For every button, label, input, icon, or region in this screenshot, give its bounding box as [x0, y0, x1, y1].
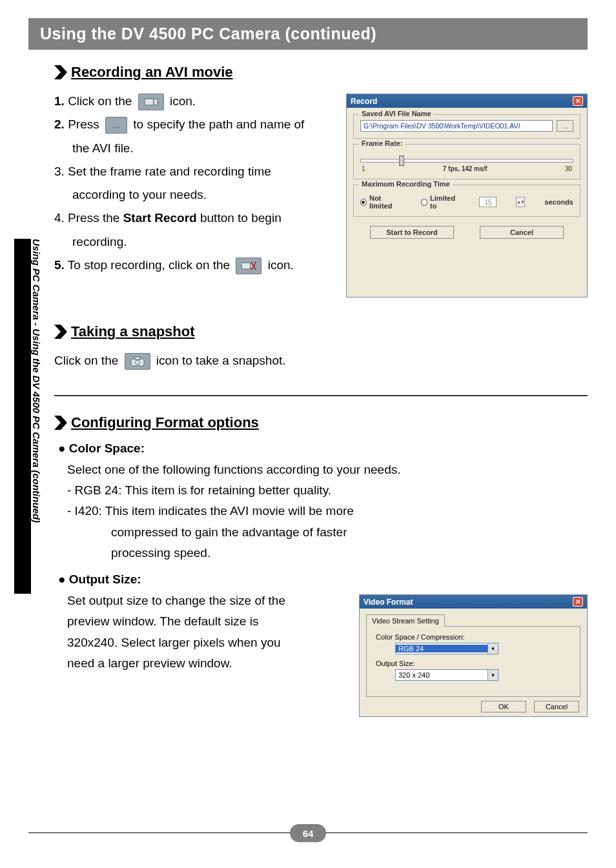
os-line4: need a larger preview window.: [67, 653, 346, 674]
step4-bold: Start Record: [123, 211, 197, 225]
cs-line2: - RGB 24: This item is for retaining bet…: [67, 480, 588, 501]
page-number-badge: 64: [290, 824, 326, 842]
step2-txt-b: to specify the path and name of: [133, 117, 304, 131]
snapshot-camera-icon: [125, 353, 150, 370]
vf-os-label: Output Size:: [376, 660, 573, 667]
frame-rate-label: Frame Rate:: [359, 139, 406, 147]
start-record-button[interactable]: Start to Record: [370, 226, 454, 239]
chevron-bullet-icon: [54, 416, 67, 430]
radio-unchecked-icon: [421, 199, 427, 206]
record-dialog: Record ✕ Saved AVI File Name G:\Program …: [346, 94, 588, 298]
stop-record-tool-icon: [236, 257, 262, 274]
vf-os-value: 320 x 240: [396, 671, 488, 679]
cs-line3b: compressed to gain the advantage of fast…: [111, 522, 588, 543]
step5-txt-b: icon.: [268, 258, 294, 272]
ok-button[interactable]: OK: [481, 701, 526, 712]
step1-num: 1.: [54, 94, 65, 108]
step2-num: 2.: [54, 117, 65, 131]
frame-rate-slider[interactable]: [360, 159, 573, 163]
vf-cs-label: Color Space / Compression:: [376, 633, 573, 641]
section-heading-snapshot: Taking a snapshot: [54, 323, 588, 340]
svg-rect-0: [145, 99, 154, 105]
section-heading-format: Configuring Format options: [54, 414, 588, 431]
output-size-combo[interactable]: 320 x 240 ▼: [395, 669, 498, 681]
cs-line1: Select one of the following functions ac…: [67, 459, 588, 480]
vf-dialog-titlebar: Video Format ✕: [360, 595, 587, 609]
format-heading-text: Configuring Format options: [71, 414, 259, 431]
step4-txt-a: 4. Press the: [54, 211, 123, 225]
video-format-dialog: Video Format ✕ Video Stream Setting Colo…: [359, 594, 588, 717]
output-size-heading: Output Size:: [58, 572, 588, 587]
step3-txt-b: according to your needs.: [54, 185, 333, 205]
vf-tab-panel: Color Space / Compression: RGB 24 ▼ Outp…: [366, 626, 580, 697]
side-black-tab: [14, 239, 31, 594]
step2-txt-a: Press: [68, 117, 99, 131]
section-divider: [54, 395, 588, 396]
side-tab-text: Using PC Camera - Using the DV 4500 PC C…: [31, 239, 42, 523]
saved-file-label: Saved AVI File Name: [359, 110, 434, 117]
close-icon[interactable]: ✕: [573, 96, 583, 106]
seconds-input[interactable]: 15: [479, 197, 497, 207]
recording-heading-text: Recording an AVI movie: [71, 64, 233, 81]
step4-txt-d: recording.: [54, 232, 333, 252]
page-title-bar: Using the DV 4500 PC Camera (continued): [28, 18, 588, 50]
chevron-bullet-icon: [54, 65, 67, 79]
step1-txt-b: icon.: [170, 94, 196, 108]
os-line3: 320x240. Select larger pixels when you: [67, 632, 346, 653]
cancel-button[interactable]: Cancel: [534, 701, 579, 712]
chevron-down-icon[interactable]: ▼: [488, 643, 498, 654]
color-space-heading: Color Space:: [58, 441, 588, 456]
step3-txt-a: 3. Set the frame rate and recording time: [54, 165, 271, 178]
browse-tool-icon: …: [105, 117, 127, 134]
step1-txt-a: Click on the: [68, 94, 132, 108]
max-rec-label: Maximum Recording Time: [359, 180, 453, 188]
spin-buttons-icon[interactable]: ▲▼: [516, 197, 525, 207]
svg-rect-1: [241, 263, 251, 269]
os-line1: Set output size to change the size of th…: [67, 590, 346, 611]
close-icon[interactable]: ✕: [573, 597, 583, 607]
cancel-button[interactable]: Cancel: [480, 226, 564, 239]
not-limited-text: Not limited: [369, 194, 402, 210]
snap-b: icon to take a snapshot.: [156, 354, 286, 367]
record-dialog-title-text: Record: [351, 97, 377, 106]
record-dialog-titlebar: Record ✕: [347, 94, 587, 108]
step5-txt-a: To stop recording, click on the: [68, 258, 230, 272]
limited-to-text: Limited to: [430, 194, 460, 210]
slider-max: 30: [565, 165, 572, 172]
snapshot-text: Click on the icon to take a snapshot.: [54, 350, 588, 371]
tab-video-stream[interactable]: Video Stream Setting: [366, 614, 445, 627]
color-space-combo[interactable]: RGB 24 ▼: [395, 643, 498, 654]
browse-button[interactable]: ...: [557, 120, 573, 132]
record-tool-icon: [138, 94, 164, 110]
recording-instructions: 1. Click on the icon. 2. Press … to spec…: [54, 91, 333, 278]
snapshot-heading-text: Taking a snapshot: [71, 323, 195, 340]
radio-checked-icon: [360, 199, 367, 206]
chevron-down-icon[interactable]: ▼: [488, 670, 498, 680]
seconds-label: seconds: [544, 198, 573, 206]
step5-num: 5.: [54, 258, 65, 272]
chevron-bullet-icon: [54, 325, 67, 339]
svg-rect-5: [135, 357, 140, 359]
snap-a: Click on the: [54, 354, 118, 367]
slider-mid: 7 fps, 142 ms/f: [365, 165, 565, 172]
step4-txt-c: button to begin: [197, 211, 282, 225]
avi-path-input[interactable]: G:\Program Files\DV 3500\WorkTemp\VIDEO0…: [360, 120, 553, 132]
slider-thumb-icon[interactable]: [399, 156, 404, 166]
step2-txt-c: the AVI file.: [54, 138, 333, 159]
section-heading-recording: Recording an AVI movie: [54, 64, 588, 81]
radio-not-limited[interactable]: Not limited: [360, 194, 402, 210]
radio-limited-to[interactable]: Limited to: [421, 194, 460, 210]
vf-cs-value: RGB 24: [396, 645, 488, 652]
os-line2: preview window. The default size is: [67, 611, 346, 632]
vf-title-text: Video Format: [364, 598, 413, 607]
cs-line3c: processing speed.: [111, 543, 588, 563]
cs-line3: - I420: This item indicates the AVI movi…: [67, 501, 588, 521]
